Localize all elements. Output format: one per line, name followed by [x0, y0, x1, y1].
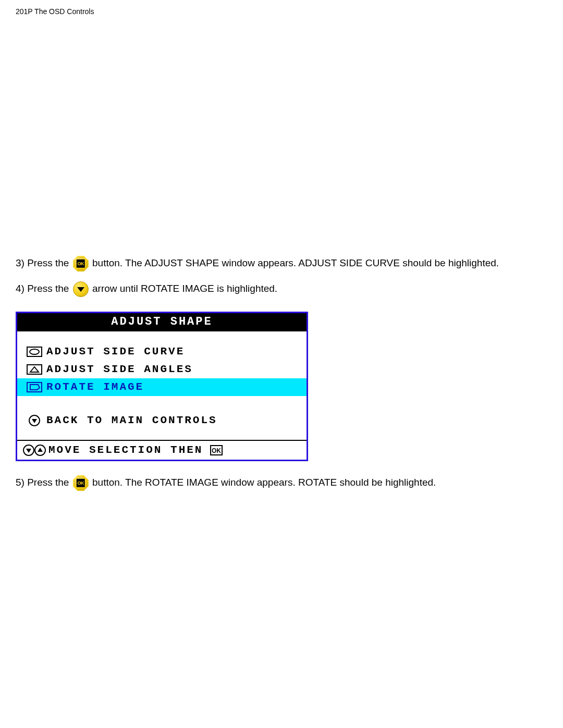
down-arrow-button-icon	[73, 281, 89, 297]
step-3-prefix: 3) Press the	[16, 257, 72, 268]
osd-item-adjust-side-curve[interactable]: ADJUST SIDE CURVE	[17, 343, 307, 361]
osd-title: ADJUST SHAPE	[17, 313, 307, 331]
svg-marker-5	[30, 385, 40, 390]
rotate-image-icon	[22, 382, 46, 392]
osd-footer-label: MOVE SELECTION THEN	[48, 444, 203, 456]
svg-text:OK: OK	[212, 447, 221, 454]
svg-marker-9	[26, 449, 31, 453]
step-4-suffix: arrow until ROTATE IMAGE is highlighted.	[92, 283, 277, 294]
osd-item-back[interactable]: BACK TO MAIN CONTROLS	[17, 412, 307, 429]
osd-back-label: BACK TO MAIN CONTROLS	[46, 414, 217, 426]
side-curve-icon	[22, 347, 46, 357]
osd-footer: MOVE SELECTION THEN OK	[17, 441, 307, 460]
osd-item-rotate-image[interactable]: ROTATE IMAGE	[17, 378, 307, 396]
back-down-icon	[22, 414, 46, 427]
side-angles-icon	[22, 364, 46, 375]
svg-marker-11	[38, 448, 43, 452]
osd-panel: ADJUST SHAPE ADJUST SIDE CURVE	[16, 312, 308, 461]
move-up-down-icon	[20, 444, 48, 456]
page-header: 201P The OSD Controls	[16, 7, 547, 16]
svg-marker-3	[30, 367, 39, 372]
step-5-prefix: 5) Press the	[16, 477, 72, 488]
svg-marker-7	[32, 419, 37, 423]
osd-item-label: ROTATE IMAGE	[46, 381, 144, 393]
step-4: 4) Press the arrow until ROTATE IMAGE is…	[16, 281, 547, 297]
step-5: 5) Press the OK button. The ROTATE IMAGE…	[16, 475, 547, 491]
ok-button-icon: OK	[73, 475, 89, 491]
svg-point-1	[30, 349, 39, 354]
osd-item-label: ADJUST SIDE ANGLES	[46, 363, 193, 375]
ok-button-icon: OK	[73, 256, 89, 272]
osd-item-label: ADJUST SIDE CURVE	[46, 346, 185, 357]
osd-item-adjust-side-angles[interactable]: ADJUST SIDE ANGLES	[17, 361, 307, 378]
ok-small-icon: OK	[210, 445, 223, 455]
step-5-suffix: button. The ROTATE IMAGE window appears.…	[92, 477, 436, 488]
step-4-prefix: 4) Press the	[16, 283, 72, 294]
step-3-suffix: button. The ADJUST SHAPE window appears.…	[92, 257, 499, 268]
step-3: 3) Press the OK button. The ADJUST SHAPE…	[16, 255, 547, 272]
